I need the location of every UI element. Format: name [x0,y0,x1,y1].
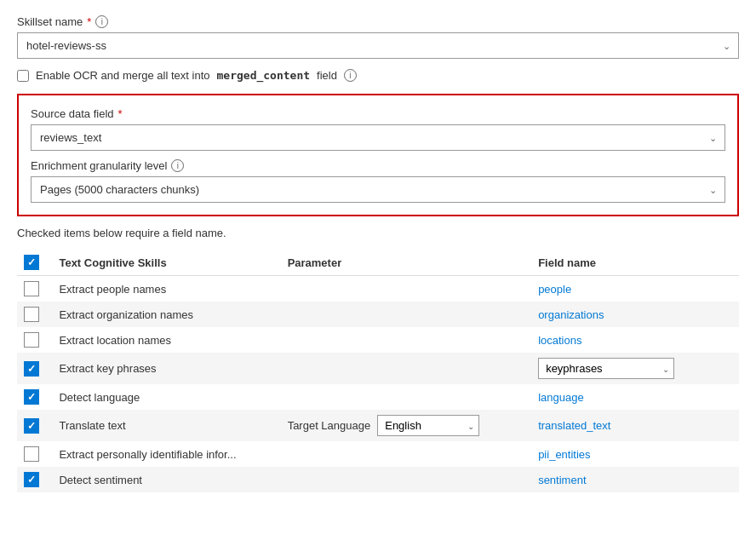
header-check-mark: ✓ [27,256,36,268]
row-checkbox[interactable] [24,281,39,296]
field-name-cell: organizations [531,302,739,327]
row-checkbox[interactable]: ✓ [24,389,39,405]
param-label-text: Target Language [288,419,371,432]
col-header-check: ✓ [17,250,52,276]
col-header-skill: Text Cognitive Skills [52,250,280,276]
skill-parameter [281,302,532,327]
field-name-cell: keyphrases⌄ [531,353,739,384]
ocr-label-text: Enable OCR and merge all text into [36,69,210,82]
row-checkbox[interactable] [24,307,39,322]
param-select-field-wrapper: EnglishFrenchSpanishGerman⌄ [377,415,479,436]
field-name-link[interactable]: language [538,391,584,404]
skill-name: Extract key phrases [52,353,280,384]
skill-parameter: Target LanguageEnglishFrenchSpanishGerma… [281,410,532,441]
field-name-cell: language [531,384,739,410]
field-name-link[interactable]: pii_entities [538,448,590,461]
param-select-wrapper: Target LanguageEnglishFrenchSpanishGerma… [288,415,525,436]
row-checkbox[interactable]: ✓ [24,361,39,377]
check-mark: ✓ [27,363,36,375]
ocr-checkbox-row: Enable OCR and merge all text into merge… [17,69,739,82]
check-mark: ✓ [27,391,36,403]
check-mark: ✓ [27,474,36,486]
field-name-link[interactable]: people [538,283,571,296]
col-header-parameter: Parameter [281,250,532,276]
skill-name: Extract personally identifiable infor... [52,441,280,467]
skill-name: Detect sentiment [52,467,280,492]
source-data-label: Source data field * [31,107,725,120]
row-checkbox[interactable] [24,332,39,348]
skills-table: ✓ Text Cognitive Skills Parameter Field … [17,250,739,492]
field-name-cell: translated_text [531,410,739,441]
ocr-suffix: field [317,69,337,82]
skill-parameter [281,467,532,492]
source-data-field-group: Source data field * reviews_text ⌄ [31,107,725,151]
param-select[interactable]: EnglishFrenchSpanishGerman [377,415,479,436]
granularity-select[interactable]: Pages (5000 characters chunks) [31,176,725,203]
source-granularity-section: Source data field * reviews_text ⌄ Enric… [17,94,739,216]
granularity-label: Enrichment granularity level i [31,159,725,172]
ocr-code: merged_content [217,69,311,82]
table-row: Extract people namespeople [17,276,739,302]
source-data-select[interactable]: reviews_text [31,124,725,151]
source-required-marker: * [118,107,123,120]
granularity-select-wrapper: Pages (5000 characters chunks) ⌄ [31,176,725,203]
table-row: ✓Extract key phraseskeyphrases⌄ [17,353,739,384]
skill-parameter [281,384,532,410]
row-checkbox[interactable]: ✓ [24,472,39,487]
field-name-cell: people [531,276,739,302]
skill-name: Extract location names [52,327,280,353]
header-checkbox-blue[interactable]: ✓ [24,255,39,270]
field-name-cell: sentiment [531,467,739,492]
field-name-cell: locations [531,327,739,353]
field-name-link[interactable]: sentiment [538,474,586,486]
skill-name: Extract people names [52,276,280,302]
required-marker: * [87,15,91,28]
row-checkbox[interactable]: ✓ [24,418,39,434]
table-row: ✓Detect sentimentsentiment [17,467,739,492]
field-name-select[interactable]: keyphrases [538,358,674,379]
source-data-label-text: Source data field [31,107,114,120]
field-name-link[interactable]: organizations [538,308,604,321]
skillset-select-wrapper: hotel-reviews-ss ⌄ [17,32,739,59]
skillset-label-text: Skillset name [17,15,83,28]
ocr-info-icon[interactable]: i [344,69,357,82]
skill-name: Extract organization names [52,302,280,327]
source-data-select-wrapper: reviews_text ⌄ [31,124,725,151]
col-header-field-name: Field name [531,250,739,276]
row-checkbox[interactable] [24,446,39,462]
skill-parameter [281,276,532,302]
skillset-label: Skillset name * i [17,15,739,28]
skill-parameter [281,441,532,467]
skillset-name-section: Skillset name * i hotel-reviews-ss ⌄ [17,15,739,59]
skillset-info-icon[interactable]: i [95,15,108,28]
table-row: ✓Detect languagelanguage [17,384,739,410]
granularity-info-icon[interactable]: i [171,159,184,172]
field-name-cell: pii_entities [531,441,739,467]
field-name-link[interactable]: locations [538,334,581,347]
table-row: ✓Translate textTarget LanguageEnglishFre… [17,410,739,441]
table-row: Extract location nameslocations [17,327,739,353]
check-mark: ✓ [27,420,36,432]
skill-parameter [281,353,532,384]
helper-text: Checked items below require a field name… [17,227,739,239]
skill-name: Translate text [52,410,280,441]
granularity-group: Enrichment granularity level i Pages (50… [31,159,725,203]
skillset-select[interactable]: hotel-reviews-ss [17,32,739,59]
granularity-label-text: Enrichment granularity level [31,159,167,172]
table-row: Extract personally identifiable infor...… [17,441,739,467]
field-name-link[interactable]: translated_text [538,419,610,432]
ocr-checkbox[interactable] [17,70,29,82]
table-row: Extract organization namesorganizations [17,302,739,327]
skill-parameter [281,327,532,353]
field-select-wrapper: keyphrases⌄ [538,358,674,379]
table-header-row: ✓ Text Cognitive Skills Parameter Field … [17,250,739,276]
skill-name: Detect language [52,384,280,410]
